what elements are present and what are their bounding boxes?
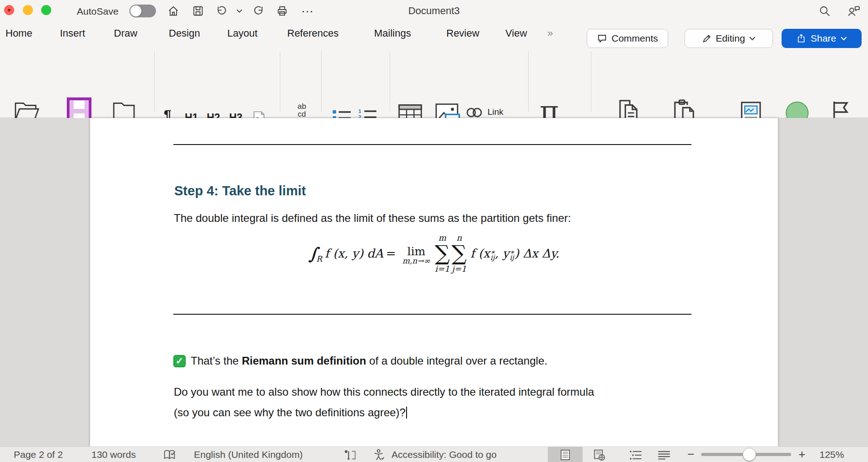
comments-label: Comments (611, 33, 658, 44)
accessibility-status[interactable]: Accessibility: Good to go (391, 449, 497, 460)
statusbar: Page 2 of 2 130 words English (United Ki… (0, 446, 868, 462)
search-icon[interactable] (819, 5, 831, 17)
math-equation: ∫∫R f (x, y) dA = lim m,n→∞ m ∑ i=1 n ∑ … (309, 234, 559, 273)
titlebar: AutoSave … Document3 (0, 0, 868, 22)
word-count[interactable]: 130 words (91, 449, 136, 460)
word-window: AutoSave … Document3 Home Inse (0, 0, 868, 462)
check-text-bold: Riemann sum definition (242, 355, 366, 367)
y-star-ij: ∗ij (510, 249, 514, 260)
share-label: Share (810, 33, 836, 44)
tab-layout[interactable]: Layout (227, 27, 257, 39)
check-text-pre: That’s the (191, 355, 242, 367)
x-star-ij: ∗ij (490, 249, 495, 260)
document-title: Document3 (0, 5, 868, 17)
doc-intro-paragraph: The double integral is defined as the li… (174, 212, 571, 225)
tab-draw[interactable]: Draw (114, 27, 137, 39)
tab-overflow-chevrons[interactable]: » (547, 27, 553, 39)
accessibility-person-icon[interactable] (373, 449, 386, 461)
sample-term-tail: ) Δx Δy. (514, 247, 559, 260)
check-line: ✓ That’s the Riemann sum definition of a… (173, 355, 547, 367)
chevron-down-icon (749, 36, 755, 41)
page-indicator[interactable]: Page 2 of 2 (14, 449, 63, 460)
web-layout-view-button[interactable] (594, 449, 605, 461)
integral-region: R (316, 254, 322, 263)
text-tracking-icon[interactable] (344, 450, 358, 461)
zoom-level[interactable]: 125% (820, 449, 844, 460)
link-icon (466, 106, 483, 119)
tab-design[interactable]: Design (169, 27, 200, 39)
spellcheck-book-icon[interactable] (163, 450, 178, 461)
horizontal-rule (173, 314, 691, 315)
tab-home[interactable]: Home (5, 27, 32, 39)
comment-icon (597, 33, 607, 43)
equals-sign: = (386, 247, 396, 260)
zoom-out-button[interactable]: − (687, 447, 694, 462)
horizontal-rule (173, 144, 691, 145)
link-label: Link (488, 107, 504, 117)
tab-review[interactable]: Review (446, 27, 479, 39)
tab-view[interactable]: View (505, 27, 527, 39)
print-layout-view-button[interactable] (548, 447, 583, 462)
share-icon (796, 33, 806, 43)
document-canvas[interactable]: Step 4: Take the limit The double integr… (0, 118, 868, 446)
language-indicator[interactable]: English (United Kingdom) (194, 449, 303, 460)
editing-mode-button[interactable]: Editing (685, 29, 773, 48)
doc-heading: Step 4: Take the limit (174, 183, 306, 199)
comments-button[interactable]: Comments (587, 29, 668, 48)
share-contact-icon[interactable] (847, 5, 861, 17)
question-line-1: Do you want me to also show how this con… (174, 386, 594, 398)
sum-over-i: m ∑ i=1 (435, 234, 450, 273)
sample-term-mid: , y (495, 247, 509, 260)
check-text-post: of a double integral over a rectangle. (366, 355, 547, 367)
tab-references[interactable]: References (287, 27, 339, 39)
question-line-2: (so you can see why the two definitions … (174, 406, 407, 419)
green-checkmark-icon: ✓ (173, 355, 186, 367)
outline-view-button[interactable] (629, 450, 642, 461)
zoom-in-button[interactable]: + (798, 447, 805, 462)
sample-term-head: f (x (470, 247, 490, 260)
zoom-slider-thumb[interactable] (743, 448, 756, 461)
integrand: f (x, y) dA (325, 247, 383, 260)
sum-over-j: n ∑ j=1 (452, 234, 467, 273)
editing-label: Editing (716, 33, 745, 44)
pencil-icon (702, 34, 712, 43)
inline-code-button[interactable]: ab cd (293, 102, 311, 118)
print-layout-icon (560, 449, 570, 461)
svg-text:1: 1 (358, 108, 361, 114)
share-button[interactable]: Share (782, 29, 862, 48)
document-page[interactable]: Step 4: Take the limit The double integr… (90, 118, 778, 446)
chevron-down-icon (841, 36, 847, 41)
text-cursor (406, 407, 407, 419)
ribbon: Open Markdown Save As Markdown Import Fo… (0, 46, 868, 118)
limit-operator: lim m,n→∞ (402, 242, 430, 265)
tab-insert[interactable]: Insert (60, 27, 85, 39)
tab-mailings[interactable]: Mailings (374, 27, 411, 39)
draft-view-button[interactable] (658, 450, 670, 460)
double-integral-symbol: ∫∫ (309, 244, 316, 263)
